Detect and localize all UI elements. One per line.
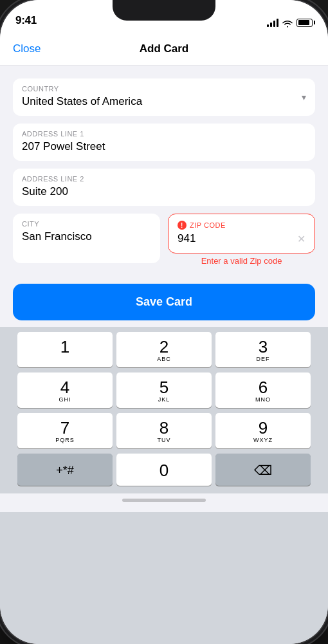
key-4-num: 4 <box>60 379 69 396</box>
key-special[interactable]: +*# <box>17 454 113 486</box>
battery-icon <box>296 19 313 27</box>
country-field-wrapper: COUNTRY United States of America ▾ <box>13 78 315 116</box>
key-0-num: 0 <box>159 462 169 479</box>
country-label: COUNTRY <box>22 85 306 93</box>
key-6-num: 6 <box>259 379 268 396</box>
key-special-label: +*# <box>56 465 74 476</box>
key-4-letters: GHI <box>59 396 71 403</box>
keyboard-row-4: +*# 0 ⌫ <box>3 454 325 486</box>
address1-label: ADDRESS LINE 1 <box>22 130 306 138</box>
address1-field-group[interactable]: ADDRESS LINE 1 207 Powel Street <box>13 124 315 161</box>
save-card-button[interactable]: Save Card <box>13 284 315 320</box>
content-area: COUNTRY United States of America ▾ ADDRE… <box>0 66 328 644</box>
country-field-group[interactable]: COUNTRY United States of America ▾ <box>13 78 315 116</box>
zip-clear-button[interactable]: ✕ <box>297 233 305 245</box>
signal-bars-icon <box>267 18 278 27</box>
keyboard-inner: 1 2 ABC 3 DEF <box>0 327 328 493</box>
key-5-num: 5 <box>159 379 169 396</box>
form-section: COUNTRY United States of America ▾ ADDRE… <box>0 66 328 281</box>
key-9-num: 9 <box>259 419 268 436</box>
key-0[interactable]: 0 <box>116 454 212 486</box>
dropdown-arrow-icon: ▾ <box>302 92 306 102</box>
nav-bar: Close Add Card <box>0 32 328 66</box>
city-value: San Francisco <box>22 230 151 243</box>
status-icons <box>267 18 313 27</box>
key-3-letters: DEF <box>257 356 270 362</box>
zip-field-group[interactable]: ! ZIP CODE 941 ✕ <box>168 214 315 253</box>
key-8-num: 8 <box>159 419 169 436</box>
delete-icon: ⌫ <box>254 463 272 478</box>
address1-field-wrapper: ADDRESS LINE 1 207 Powel Street <box>13 124 315 161</box>
phone-screen: 9:41 Close Add Card <box>0 0 328 644</box>
city-zip-row: CITY San Francisco ! ZIP CODE <box>13 214 315 271</box>
status-time: 9:41 <box>15 14 37 27</box>
key-8-letters: TUV <box>158 437 171 443</box>
address2-field-wrapper: ADDRESS LINE 2 Suite 200 <box>13 169 315 206</box>
zip-value: 941 <box>178 232 196 245</box>
key-2-letters: ABC <box>157 356 171 362</box>
key-2-num: 2 <box>159 338 169 355</box>
zip-section: ! ZIP CODE 941 ✕ Enter a valid Zip code <box>168 214 315 271</box>
key-7-letters: PQRS <box>55 437 75 443</box>
key-5-letters: JKL <box>158 396 170 403</box>
key-7[interactable]: 7 PQRS <box>17 413 113 448</box>
city-field-group[interactable]: CITY San Francisco <box>13 214 160 263</box>
key-delete[interactable]: ⌫ <box>215 454 311 486</box>
zip-field-wrapper: ! ZIP CODE 941 ✕ <box>169 214 314 253</box>
key-5[interactable]: 5 JKL <box>116 373 212 408</box>
zip-input-row: 941 ✕ <box>178 232 305 245</box>
key-3[interactable]: 3 DEF <box>215 332 311 367</box>
key-1-num: 1 <box>60 338 69 355</box>
key-1-letters <box>64 356 66 362</box>
key-4[interactable]: 4 GHI <box>17 373 113 408</box>
error-icon: ! <box>178 221 187 230</box>
home-bar <box>122 499 206 502</box>
keyboard: 1 2 ABC 3 DEF <box>0 327 328 644</box>
key-2[interactable]: 2 ABC <box>116 332 212 367</box>
page-title: Add Card <box>140 42 189 55</box>
key-7-num: 7 <box>60 419 69 436</box>
address1-value: 207 Powel Street <box>22 140 306 153</box>
keyboard-row-1: 1 2 ABC 3 DEF <box>3 332 325 367</box>
keyboard-row-3: 7 PQRS 8 TUV 9 WXYZ <box>3 413 325 448</box>
key-9[interactable]: 9 WXYZ <box>215 413 311 448</box>
city-field-wrapper: CITY San Francisco <box>13 214 160 251</box>
key-3-num: 3 <box>259 338 268 355</box>
address2-field-group[interactable]: ADDRESS LINE 2 Suite 200 <box>13 169 315 206</box>
key-1[interactable]: 1 <box>17 332 113 367</box>
close-button[interactable]: Close <box>13 42 41 55</box>
city-label: CITY <box>22 220 151 228</box>
country-value: United States of America <box>22 95 306 108</box>
key-9-letters: WXYZ <box>253 437 273 443</box>
zip-label: ! ZIP CODE <box>178 221 305 230</box>
key-6-letters: MNO <box>255 396 271 403</box>
notch <box>113 0 215 21</box>
address2-value: Suite 200 <box>22 185 306 198</box>
home-indicator-area <box>0 493 328 512</box>
key-8[interactable]: 8 TUV <box>116 413 212 448</box>
phone-frame: 9:41 Close Add Card <box>0 0 328 644</box>
address2-label: ADDRESS LINE 2 <box>22 175 306 183</box>
wifi-icon <box>282 19 293 26</box>
key-6[interactable]: 6 MNO <box>215 373 311 408</box>
zip-error-text: Enter a valid Zip code <box>168 256 315 268</box>
keyboard-row-2: 4 GHI 5 JKL 6 MNO <box>3 373 325 408</box>
